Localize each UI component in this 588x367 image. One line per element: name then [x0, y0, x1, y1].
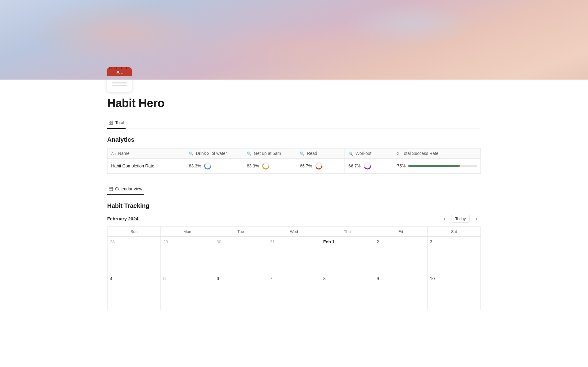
next-month-button[interactable]: › [472, 214, 481, 223]
col-mon: Mon [161, 227, 214, 237]
col-total: Σ Total Success Rate [393, 148, 481, 159]
svg-rect-3 [111, 123, 113, 125]
day-cell-30[interactable]: 30 [214, 237, 267, 273]
day-cell-8[interactable]: 8 [321, 273, 374, 310]
tabs-row: Total [107, 117, 481, 129]
calendar-tab-icon [108, 186, 113, 191]
day-number: 28 [110, 239, 115, 244]
calendar-line-2 [112, 84, 127, 84]
day-cell-feb1[interactable]: Feb 1 [321, 237, 374, 273]
habit-tracking-title: Habit Tracking [107, 202, 481, 209]
progress-track [408, 165, 477, 167]
day-number: 6 [217, 276, 219, 281]
calendar-month-label: JUL [116, 70, 123, 74]
search-icon-1: 🔍 [189, 152, 194, 156]
workout-rate-value: 66.7% [349, 163, 361, 168]
col-read-label: Read [307, 151, 317, 156]
tab-total[interactable]: Total [107, 117, 126, 129]
calendar-line-3 [112, 85, 127, 86]
today-button[interactable]: Today [451, 215, 470, 223]
svg-rect-0 [109, 121, 111, 122]
row-name: Habit Completion Rate [107, 159, 185, 174]
day-cell-5[interactable]: 5 [161, 273, 214, 310]
day-number: 29 [163, 239, 168, 244]
drink-donut [203, 162, 212, 170]
tab-total-label: Total [115, 120, 124, 125]
day-cell-6[interactable]: 6 [214, 273, 267, 310]
calendar-header-row: Sun Mon Tue Wed Thu Fri Sat [107, 227, 481, 237]
workout-rate-cell: 66.7% [349, 162, 390, 170]
col-drink-label: Drink 2l of water [196, 151, 227, 156]
svg-rect-2 [109, 123, 111, 125]
col-workout-label: Workout [356, 151, 371, 156]
col-sun: Sun [107, 227, 161, 237]
wakeup-rate-value: 83.3% [247, 163, 259, 168]
svg-rect-12 [109, 187, 113, 191]
search-icon-3: 🔍 [300, 152, 304, 156]
day-cell-4[interactable]: 4 [107, 273, 161, 310]
analytics-header-row: Aa Name 🔍 Drink 2l of water 🔍 Get up at … [107, 148, 481, 159]
col-fri: Fri [374, 227, 427, 237]
svg-rect-1 [111, 121, 113, 122]
day-cell-3[interactable]: 3 [427, 237, 481, 273]
drink-rate-value: 83.3% [189, 163, 201, 168]
habit-tracking-section: Habit Tracking February 2024 ‹ Today › S… [107, 202, 481, 310]
search-icon-4: 🔍 [349, 152, 353, 156]
calendar-nav-controls: ‹ Today › [440, 214, 481, 223]
col-sat: Sat [427, 227, 481, 237]
prev-month-button[interactable]: ‹ [440, 214, 449, 223]
col-tue: Tue [214, 227, 267, 237]
read-rate-cell: 66.7% [300, 162, 341, 170]
read-rate-value: 66.7% [300, 163, 312, 168]
analytics-table: Aa Name 🔍 Drink 2l of water 🔍 Get up at … [107, 148, 481, 174]
col-workout: 🔍 Workout [345, 148, 393, 159]
analytics-section: Analytics Aa Name 🔍 Drink 2l of water 🔍 … [107, 136, 481, 174]
analytics-data-row: Habit Completion Rate 83.3% 83.3% [107, 159, 481, 174]
name-col-icon: Aa [111, 152, 116, 156]
calendar-icon: JUL [107, 67, 132, 92]
calendar-grid: Sun Mon Tue Wed Thu Fri Sat 28 29 [107, 227, 481, 310]
sigma-icon: Σ [397, 152, 399, 156]
col-wed: Wed [267, 227, 321, 237]
col-thu: Thu [321, 227, 374, 237]
day-number: 5 [163, 276, 166, 281]
row-drink: 83.3% [185, 159, 243, 174]
day-cell-9[interactable]: 9 [374, 273, 427, 310]
day-number: 10 [430, 276, 435, 281]
progress-fill [408, 165, 460, 167]
calendar-tabs-row: Calendar view [107, 183, 481, 195]
day-cell-31[interactable]: 31 [267, 237, 321, 273]
day-number: 4 [110, 276, 112, 281]
analytics-title: Analytics [107, 136, 481, 143]
read-donut [315, 162, 323, 170]
col-name: Aa Name [107, 148, 185, 159]
calendar-icon-top: JUL [107, 67, 132, 76]
tab-calendar[interactable]: Calendar view [107, 183, 144, 195]
day-number: 3 [430, 239, 432, 244]
row-workout: 66.7% [345, 159, 393, 174]
day-number: Feb 1 [323, 239, 335, 244]
row-read: 66.7% [296, 159, 345, 174]
calendar-line-1 [112, 82, 127, 83]
day-cell-29[interactable]: 29 [161, 237, 214, 273]
day-cell-10[interactable]: 10 [427, 273, 481, 310]
search-icon-2: 🔍 [247, 152, 251, 156]
calendar-nav: February 2024 ‹ Today › [107, 214, 481, 223]
col-total-label: Total Success Rate [402, 151, 439, 156]
workout-donut [363, 162, 372, 170]
col-wakeup: 🔍 Get up at 5am [243, 148, 296, 159]
row-total: 75% [393, 159, 481, 174]
row-wakeup: 83.3% [243, 159, 296, 174]
wakeup-rate-cell: 83.3% [247, 162, 292, 170]
day-number: 30 [217, 239, 221, 244]
day-number: 7 [270, 276, 272, 281]
total-rate-value: 75% [397, 163, 405, 168]
day-number: 31 [270, 239, 275, 244]
day-cell-7[interactable]: 7 [267, 273, 321, 310]
page-title: Habit Hero [107, 97, 481, 110]
day-cell-2[interactable]: 2 [374, 237, 427, 273]
grid-icon [108, 120, 113, 125]
day-number: 2 [377, 239, 379, 244]
day-cell-28[interactable]: 28 [107, 237, 161, 273]
day-number: 8 [323, 276, 326, 281]
